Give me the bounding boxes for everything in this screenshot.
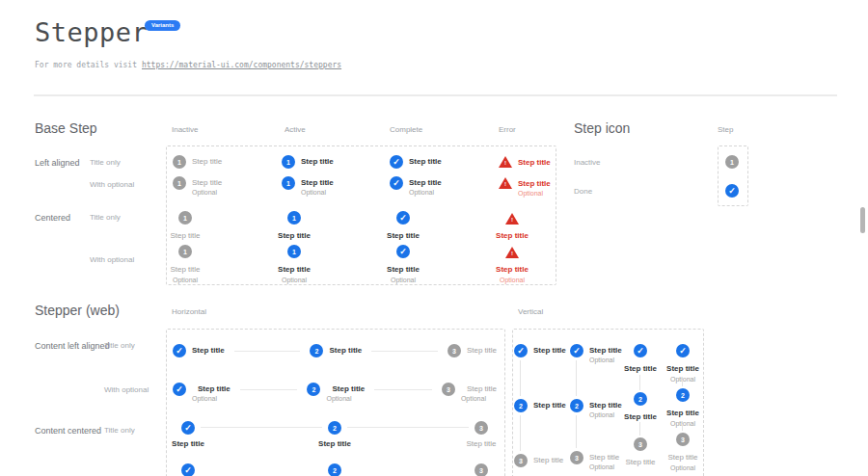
step-number-icon: 1	[173, 155, 186, 169]
step-title: Step title	[301, 155, 334, 169]
step-number-icon: 3	[475, 463, 488, 476]
step-title: Step title	[387, 231, 420, 241]
column-header-error: Error	[499, 125, 516, 134]
variant-label-title-only: Title only	[104, 341, 135, 350]
row-label-content-centered: Content centered	[35, 426, 101, 436]
vertical-scrollbar-thumb[interactable]	[860, 207, 865, 233]
step-title: Step title	[409, 155, 442, 169]
step-connector	[639, 422, 640, 436]
vstep: 3 Step title	[514, 454, 563, 467]
step-connector	[682, 380, 683, 386]
step-optional: Optional	[173, 276, 198, 284]
step-active: 2	[328, 421, 341, 435]
step-title: Step title	[172, 439, 204, 449]
step-error-centered-optional: ! Step title Optional	[474, 247, 551, 284]
step-number-icon: 1	[287, 211, 301, 225]
column-header-complete: Complete	[390, 125, 422, 134]
step-connector	[234, 351, 301, 352]
variant-label-with-optional: With optional	[90, 180, 134, 189]
row-label-inactive: Inactive	[574, 158, 601, 167]
step-complete: ✓ Step title	[390, 155, 442, 169]
step-complete: ✓	[181, 421, 195, 435]
variant-label-title-only: Title only	[104, 426, 135, 435]
row-label-left-aligned: Left aligned	[35, 158, 80, 168]
step-complete-optional: ✓ Step title Optional	[390, 176, 442, 197]
step-title: Step title	[170, 265, 200, 275]
step-connector	[682, 424, 683, 431]
check-icon: ✓	[676, 344, 690, 357]
step-optional: Optional	[282, 276, 307, 284]
step-connector	[347, 427, 469, 428]
step-active-centered-optional: 1 Step title Optional	[256, 245, 333, 284]
step-complete-centered-optional: ✓ Step title Optional	[365, 245, 442, 284]
variant-label-with-optional: With optional	[104, 385, 149, 394]
step-number-icon: 2	[514, 399, 528, 412]
step-title: Step title	[192, 155, 222, 169]
step-connector	[576, 360, 577, 396]
error-icon: !	[505, 247, 519, 258]
step-connector	[520, 415, 521, 451]
check-icon: ✓	[181, 421, 195, 435]
step-number-icon: 1	[287, 245, 301, 258]
step-number-icon: 1	[282, 155, 295, 169]
step-title: Step title	[466, 439, 496, 449]
variants-badge: Variants	[145, 20, 180, 31]
error-icon: !	[505, 213, 519, 225]
section-title-stepper-web: Stepper (web)	[35, 303, 120, 318]
step-title: Step title	[467, 344, 497, 357]
vstep: 2 Step title	[514, 399, 566, 412]
section-title-step-icon: Step icon	[574, 120, 630, 136]
step-inactive: 3	[475, 463, 488, 476]
step-inactive: 1 Step title	[173, 155, 222, 169]
step-active: 2	[328, 463, 341, 476]
step-connector	[374, 389, 432, 390]
step-title: Step title	[318, 439, 351, 449]
step-number-icon: 3	[475, 421, 488, 435]
variant-label-title-only: Title only	[90, 213, 121, 222]
step-inactive-optional: 1 Step title Optional	[173, 176, 222, 197]
step-active-optional: 1 Step title Optional	[282, 176, 334, 197]
column-header-step: Step	[718, 125, 733, 134]
subtitle-text: For more details visit	[35, 61, 137, 69]
check-icon: ✓	[396, 245, 410, 258]
step-title: Step title	[387, 265, 420, 275]
error-icon: !	[499, 156, 512, 168]
step-active: 1 Step title	[282, 155, 334, 169]
check-icon: ✓	[396, 211, 410, 225]
step-number-icon: 3	[514, 454, 528, 467]
step-connector	[639, 375, 640, 390]
step-connector	[520, 360, 521, 396]
docs-link[interactable]: https://material-ui.com/components/stepp…	[142, 61, 341, 69]
step-inactive: 3	[475, 421, 488, 435]
step-number-icon: 3	[448, 344, 461, 357]
section-title-base-step: Base Step	[35, 120, 97, 136]
step-icon-inactive: 1	[725, 155, 739, 169]
step-title: Step title	[667, 453, 697, 463]
step-number-icon: 2	[310, 344, 323, 357]
vstep-centered-optional: 3 Step title Optional	[644, 433, 721, 472]
step-title-centered: Step title	[296, 439, 373, 449]
step-complete-centered: ✓ Step title	[365, 211, 442, 241]
step-number-icon: 2	[328, 463, 341, 476]
vstep-centered-optional: ✓ Step title Optional	[644, 344, 721, 383]
step-title: Step title	[496, 231, 529, 241]
horizontal-stepper-with-optional: ✓ Step title Optional 2 Step title Optio…	[173, 383, 497, 403]
design-canvas: Stepper Variants For more details visit …	[0, 0, 868, 476]
step-error-optional: ! Step title Optional	[499, 177, 551, 198]
vstep: ✓ Step title	[514, 344, 566, 357]
check-icon: ✓	[725, 184, 739, 198]
step-title: Step title	[533, 344, 566, 357]
row-label-centered: Centered	[35, 213, 70, 223]
check-icon: ✓	[173, 344, 186, 357]
step-number-icon: 1	[173, 176, 186, 190]
check-icon: ✓	[570, 344, 583, 357]
check-icon: ✓	[390, 155, 403, 169]
step-title: Step title	[170, 231, 200, 241]
step-optional: Optional	[391, 276, 416, 284]
step-number-icon: 1	[178, 245, 192, 258]
page-title: Stepper	[35, 17, 148, 47]
step-title-centered: Step title	[443, 439, 520, 449]
check-icon: ✓	[390, 176, 403, 190]
step-title: Step title	[533, 454, 563, 467]
step-icon-done: ✓	[725, 184, 739, 198]
